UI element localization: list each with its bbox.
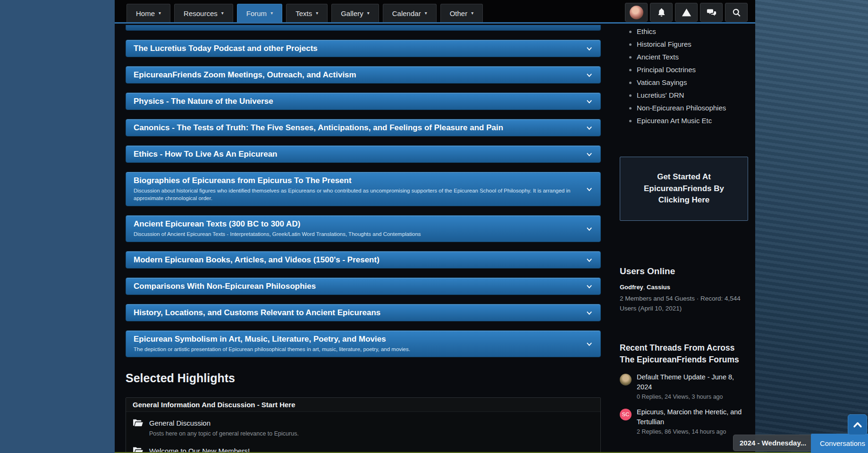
tab-forum[interactable]: Forum▾ — [237, 4, 282, 22]
sidebar-link[interactable]: Ancient Texts — [637, 53, 748, 61]
thread-avatar[interactable] — [620, 374, 632, 386]
thread-body: Default Theme Update - June 8, 2024 0 Re… — [637, 372, 748, 400]
get-started-box[interactable]: Get Started At EpicureanFriends By Click… — [620, 157, 748, 221]
tab-calendar[interactable]: Calendar▾ — [383, 4, 437, 22]
sidebar-link[interactable]: Epicurean Art Music Etc — [637, 117, 748, 125]
chevron-down-icon[interactable] — [586, 151, 593, 158]
member-link[interactable]: Cassius — [647, 284, 670, 291]
category-panel[interactable]: EpicureanFriends Zoom Meetings, Outreach… — [126, 66, 601, 84]
chevron-down-icon[interactable] — [586, 309, 593, 316]
chevron-down-icon[interactable] — [586, 185, 593, 193]
category-panel[interactable]: Modern Epicurean Books, Articles, and Vi… — [126, 251, 601, 268]
sidebar: EthicsHistorical FiguresAncient TextsPri… — [620, 24, 748, 453]
chevron-down-icon[interactable] — [586, 124, 593, 131]
forum-category-column: The Lucretius Today Podcast and other Pr… — [126, 24, 601, 453]
recent-threads-list: Default Theme Update - June 8, 2024 0 Re… — [620, 372, 748, 435]
chevron-down-icon[interactable] — [586, 256, 593, 263]
category-panel[interactable]: Canonics - The Tests of Truth: The Five … — [126, 119, 601, 136]
caret-down-icon: ▾ — [367, 11, 370, 16]
tab-other[interactable]: Other▾ — [440, 4, 483, 22]
search-button[interactable] — [725, 3, 748, 22]
sidebar-link[interactable]: Non-Epicurean Philosophies — [637, 104, 748, 112]
tab-gallery[interactable]: Gallery▾ — [331, 4, 379, 22]
caret-down-icon: ▾ — [270, 11, 273, 16]
chevron-down-icon[interactable] — [586, 71, 593, 78]
sidebar-link[interactable]: Ethics — [637, 27, 748, 35]
notifications-button[interactable] — [650, 3, 673, 22]
sidebar-link[interactable]: Historical Figures — [637, 40, 748, 48]
users-online-section: Users Online GodfreyCassius 2 Members an… — [620, 266, 748, 314]
category-list: The Lucretius Today Podcast and other Pr… — [126, 40, 601, 357]
tab-label: Other — [450, 9, 468, 17]
tab-texts[interactable]: Texts▾ — [286, 4, 328, 22]
thread-title[interactable]: Default Theme Update - June 8, 2024 — [637, 372, 748, 392]
caret-down-icon: ▾ — [425, 11, 427, 16]
chevron-down-icon[interactable] — [586, 98, 593, 105]
forum-item-title[interactable]: General Discussion — [149, 419, 211, 427]
category-text: Modern Epicurean Books, Articles, and Vi… — [134, 255, 580, 264]
tab-label: Calendar — [392, 9, 421, 17]
sidebar-link[interactable]: Vatican Sayings — [637, 78, 748, 86]
category-panel[interactable]: Biographies of Epicureans from Epicurus … — [126, 172, 601, 206]
thread-title[interactable]: Epicurus, Marcion the Heretic, and Tertu… — [637, 407, 748, 427]
tab-label: Gallery — [341, 9, 363, 17]
conversations-button[interactable]: Conversations — [811, 434, 868, 453]
category-panel[interactable]: Physics - The Nature of the Universe — [126, 92, 601, 110]
highlights-panel-title[interactable]: General Information And Discussion - Sta… — [126, 398, 600, 412]
folder-open-icon — [133, 419, 143, 427]
scroll-to-top-button[interactable] — [848, 414, 867, 435]
category-title: Physics - The Nature of the Universe — [134, 97, 580, 106]
nav-icon-group — [625, 3, 748, 22]
category-text: Epicurean Symbolism in Art, Music, Liter… — [134, 335, 580, 353]
member-link[interactable]: Godfrey — [620, 284, 647, 291]
category-title: EpicureanFriends Zoom Meetings, Outreach… — [134, 70, 580, 79]
chevron-down-icon[interactable] — [586, 283, 593, 290]
category-panel[interactable]: Comparisons With Non-Epicurean Philosoph… — [126, 277, 601, 295]
top-navbar: Home▾ Resources▾ Forum▾ Texts▾ Gallery▾ … — [115, 0, 755, 22]
search-icon — [732, 8, 742, 17]
category-title: Ethics - How To Live As An Epicurean — [134, 150, 580, 159]
chevron-down-icon[interactable] — [586, 45, 593, 52]
category-description: Discussion about historical figures who … — [134, 187, 580, 202]
category-panel[interactable]: History, Locations, and Customs Relevant… — [126, 304, 601, 321]
chevron-down-icon[interactable] — [586, 340, 593, 347]
thread-avatar[interactable]: SC — [620, 409, 632, 420]
content-shell: Home▾ Resources▾ Forum▾ Texts▾ Gallery▾ … — [115, 0, 755, 453]
category-panel[interactable]: The Lucretius Today Podcast and other Pr… — [126, 40, 601, 57]
thread-body: Epicurus, Marcion the Heretic, and Tertu… — [637, 407, 748, 435]
user-avatar — [630, 6, 643, 19]
chevron-down-icon[interactable] — [586, 225, 593, 232]
tab-label: Home — [136, 9, 155, 17]
main-menu: Home▾ Resources▾ Forum▾ Texts▾ Gallery▾ … — [126, 4, 483, 22]
conversations-button-nav[interactable] — [700, 3, 723, 22]
tab-home[interactable]: Home▾ — [126, 4, 170, 22]
sidebar-quick-links: EthicsHistorical FiguresAncient TextsPri… — [620, 27, 748, 125]
caret-down-icon: ▾ — [471, 11, 473, 16]
category-text: The Lucretius Today Podcast and other Pr… — [134, 44, 580, 53]
forum-item[interactable]: General Discussion Posts here on any top… — [133, 419, 594, 438]
thread-meta: 0 Replies, 24 Views, 3 hours ago — [637, 394, 748, 400]
caret-down-icon: ▾ — [159, 11, 161, 16]
category-panel[interactable]: Ancient Epicurean Texts (300 BC to 300 A… — [126, 215, 601, 242]
sidebar-link[interactable]: Lucretius' DRN — [637, 91, 748, 99]
thread-meta: 2 Replies, 86 Views, 14 hours ago — [637, 428, 748, 435]
sidebar-link[interactable]: Principal Doctrines — [637, 66, 748, 74]
recent-threads-section: Recent Threads From Across The Epicurean… — [620, 342, 748, 435]
category-panel[interactable]: Ethics - How To Live As An Epicurean — [126, 145, 601, 163]
category-text: Comparisons With Non-Epicurean Philosoph… — [134, 282, 580, 291]
category-panel-partial[interactable] — [126, 25, 601, 31]
thread-row[interactable]: SC Epicurus, Marcion the Heretic, and Te… — [620, 407, 748, 435]
category-panel[interactable]: Epicurean Symbolism in Art, Music, Liter… — [126, 330, 601, 357]
chat-bubbles-icon — [707, 8, 716, 17]
user-avatar-button[interactable] — [625, 3, 648, 22]
category-text: Physics - The Nature of the Universe — [134, 97, 580, 106]
tab-label: Forum — [246, 9, 267, 17]
caret-down-icon: ▾ — [316, 11, 318, 16]
thread-row[interactable]: Default Theme Update - June 8, 2024 0 Re… — [620, 372, 748, 400]
category-title: Canonics - The Tests of Truth: The Five … — [134, 123, 580, 132]
alerts-button[interactable] — [675, 3, 698, 22]
tab-resources[interactable]: Resources▾ — [174, 4, 233, 22]
tab-label: Texts — [295, 9, 312, 17]
category-description: The depiction or artistic presentation o… — [134, 345, 580, 353]
tab-label: Resources — [184, 9, 218, 17]
